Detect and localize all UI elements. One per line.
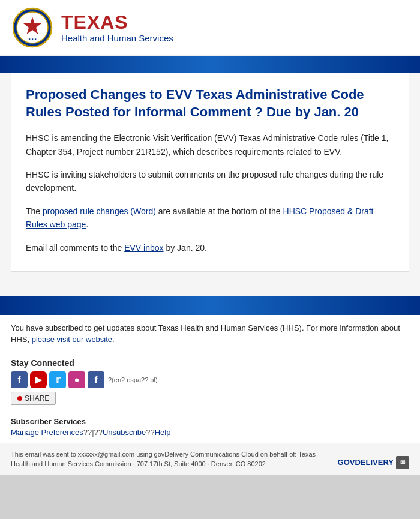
texas-label: TEXAS (61, 12, 173, 33)
subscriber-services-section: Subscriber Services Manage Preferences??… (11, 413, 409, 443)
para3-mid: are available at the bottom of the (156, 206, 283, 216)
para3-post: . (86, 220, 88, 229)
facebook2-icon[interactable]: f (88, 371, 104, 388)
stay-connected-section: Stay Connected f ▶ 𝕣 ● f ?(en? espa?? pl… (11, 352, 409, 413)
article-paragraph-3: The proposed rule changes (Word) are ava… (26, 205, 394, 232)
facebook-icon[interactable]: f (11, 371, 28, 388)
unsubscribe-link[interactable]: Unsubscribe (103, 428, 146, 437)
article-body: HHSC is amending the Electronic Visit Ve… (26, 131, 394, 254)
top-blue-banner (0, 56, 420, 73)
evv-inbox-link[interactable]: EVV inbox (124, 243, 163, 253)
instagram-icon[interactable]: ● (68, 371, 85, 388)
subscribe-post: . (112, 335, 115, 344)
article-title: Proposed Changes to EVV Texas Administra… (26, 86, 394, 121)
govdelivery-badge: GOVDELIVERY ✉ (338, 456, 409, 469)
subscriber-links-row: Manage Preferences??|??Unsubscribe??Help (11, 428, 409, 437)
article-paragraph-1: HHSC is amending the Electronic Visit Ve… (26, 131, 394, 158)
main-card: Proposed Changes to EVV Texas Administra… (11, 73, 409, 272)
header-text-block: TEXAS Health and Human Services (61, 12, 173, 43)
article-paragraph-2: HHSC is inviting stakeholders to submit … (26, 168, 394, 195)
svg-text:★ ★ ★: ★ ★ ★ (28, 37, 38, 41)
para3-pre: The (26, 206, 43, 216)
page-header: ★ ★ ★ TEXAS Health and Human Services (0, 0, 420, 56)
visit-website-link[interactable]: please visit our website (32, 335, 112, 344)
bottom-blue-banner (0, 296, 420, 315)
para4-post: by Jan. 20. (164, 243, 207, 253)
article-paragraph-4: Email all comments to the EVV inbox by J… (26, 241, 394, 254)
proposed-rule-changes-link[interactable]: proposed rule changes (Word) (43, 206, 156, 216)
disclaimer-text: This email was sent to xxxxxx@gmail.com … (11, 449, 332, 469)
govdelivery-icon: ✉ (396, 456, 409, 469)
share-dot-icon (17, 396, 22, 401)
footer: You have subscribed to get updates about… (0, 315, 420, 443)
stay-connected-label: Stay Connected (11, 358, 409, 368)
texas-seal-icon: ★ ★ ★ (12, 7, 53, 48)
govdelivery-label: GOVDELIVERY (338, 458, 394, 467)
header-subtitle: Health and Human Services (61, 33, 173, 43)
disclaimer-section: This email was sent to xxxxxx@gmail.com … (0, 443, 420, 475)
manage-preferences-link[interactable]: Manage Preferences (11, 428, 83, 437)
subscribe-notice: You have subscribed to get updates about… (11, 322, 409, 352)
subscriber-services-label: Subscriber Services (11, 417, 409, 426)
youtube-icon[interactable]: ▶ (30, 371, 47, 388)
social-icons-row: f ▶ 𝕣 ● f ?(en? espa?? pl) (11, 371, 409, 388)
twitter-icon[interactable]: 𝕣 (49, 371, 66, 388)
share-button[interactable]: SHARE (11, 392, 56, 405)
para4-pre: Email all comments to the (26, 243, 124, 253)
share-label: SHARE (25, 394, 49, 403)
content-spacer (11, 272, 409, 296)
sep1: ??|?? (83, 428, 103, 437)
sep2: ?? (146, 428, 154, 437)
social-lang-text: ?(en? espa?? pl) (108, 376, 158, 383)
help-link[interactable]: Help (155, 428, 171, 437)
content-wrapper: Proposed Changes to EVV Texas Administra… (0, 73, 420, 296)
